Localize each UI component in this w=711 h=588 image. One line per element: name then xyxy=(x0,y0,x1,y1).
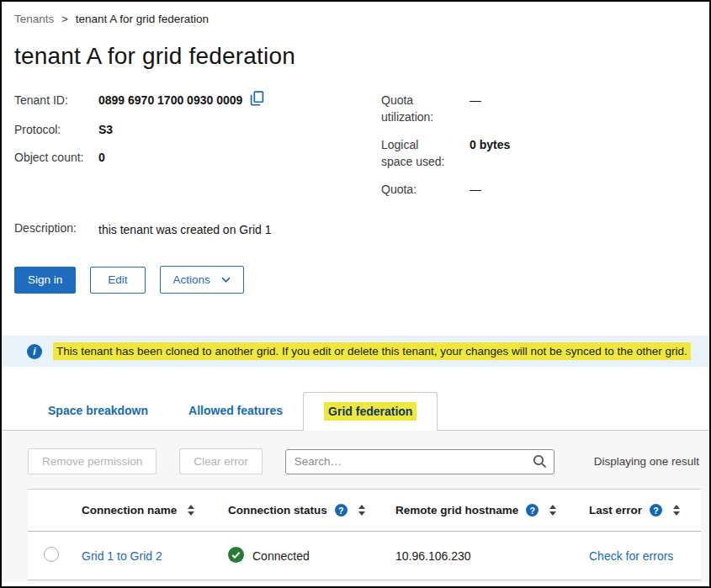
tenant-id-text: 0899 6970 1700 0930 0009 xyxy=(98,92,242,109)
row-select-cell xyxy=(28,532,82,580)
tenant-details-page: { "breadcrumb": { "parent": "Tenants", "… xyxy=(0,0,711,588)
quota-utilization-row: Quota utilization: — xyxy=(381,92,510,125)
actions-button-label: Actions xyxy=(173,273,210,286)
sort-connection-status[interactable] xyxy=(358,505,365,516)
tab-allowed-features[interactable]: Allowed features xyxy=(168,391,303,430)
breadcrumb-separator: > xyxy=(61,13,68,25)
sort-last-error[interactable] xyxy=(673,505,680,516)
remote-grid-hostname-header-label: Remote grid hostname xyxy=(395,504,518,516)
connection-name-header-label: Connection name xyxy=(82,504,177,516)
actions-button[interactable]: Actions xyxy=(160,266,244,294)
page-content: Tenants > tenant A for grid federation t… xyxy=(2,2,709,294)
search-box xyxy=(285,449,554,474)
radio-column-header xyxy=(28,490,82,532)
logical-space-used-row: Logical space used: 0 bytes xyxy=(381,136,510,170)
connection-status-help-icon[interactable]: ? xyxy=(335,504,348,516)
quota-label: Quota: xyxy=(381,181,470,198)
description-row: Description: this tenant was created on … xyxy=(14,220,699,238)
check-for-errors-link[interactable]: Check for errors xyxy=(589,549,673,563)
object-count-label: Object count: xyxy=(14,149,98,166)
details-right-column: Quota utilization: — Logical space used:… xyxy=(381,92,510,198)
sign-in-button[interactable]: Sign in xyxy=(14,267,76,294)
connection-name-link[interactable]: Grid 1 to Grid 2 xyxy=(82,549,162,563)
edit-button[interactable]: Edit xyxy=(90,267,145,294)
clear-error-button[interactable]: Clear error xyxy=(179,448,263,474)
sort-connection-name[interactable] xyxy=(188,505,194,516)
banner-highlighted-text: This tenant has been cloned to another g… xyxy=(53,342,691,360)
column-connection-name: Connection name xyxy=(82,490,228,532)
column-connection-status: Connection status ? xyxy=(228,490,395,532)
logical-space-used-value: 0 bytes xyxy=(470,136,510,170)
connections-table: Connection name Connection status ? Remo… xyxy=(28,489,701,580)
logical-space-used-label: Logical space used: xyxy=(381,136,470,170)
tab-grid-federation-label: Grid federation xyxy=(324,402,417,421)
chevron-down-icon xyxy=(221,273,231,286)
tenant-id-value: 0899 6970 1700 0930 0009 xyxy=(98,92,264,110)
protocol-row: Protocol: S3 xyxy=(14,121,381,138)
sort-remote-grid-hostname[interactable] xyxy=(549,505,556,516)
quota-utilization-label: Quota utilization: xyxy=(381,92,470,125)
page-title: tenant A for grid federation xyxy=(14,43,699,70)
connection-status-text: Connected xyxy=(252,549,310,563)
remote-grid-hostname-cell: 10.96.106.230 xyxy=(395,532,589,580)
info-banner: i This tenant has been cloned to another… xyxy=(2,336,709,367)
tenant-id-label: Tenant ID: xyxy=(14,92,98,110)
last-error-cell: Check for errors xyxy=(589,532,701,580)
tenant-details: Tenant ID: 0899 6970 1700 0930 0009 Prot… xyxy=(14,92,699,198)
connection-status-cell: Connected xyxy=(228,532,395,580)
table-toolbar: Remove permission Clear error Displaying… xyxy=(28,448,702,474)
connected-check-icon xyxy=(228,547,244,565)
last-error-header-label: Last error xyxy=(589,504,642,516)
quota-row: Quota: — xyxy=(381,181,510,198)
results-count-text: Displaying one result xyxy=(594,455,702,468)
remote-grid-hostname-text: 10.96.106.230 xyxy=(395,549,471,563)
protocol-label: Protocol: xyxy=(14,121,98,138)
remove-permission-button[interactable]: Remove permission xyxy=(28,448,157,474)
details-left-column: Tenant ID: 0899 6970 1700 0930 0009 Prot… xyxy=(14,92,381,198)
info-icon: i xyxy=(27,344,42,359)
tenant-id-row: Tenant ID: 0899 6970 1700 0930 0009 xyxy=(14,92,381,110)
tab-bar: Space breakdown Allowed features Grid fe… xyxy=(2,391,709,431)
connection-status-header-label: Connection status xyxy=(228,504,327,516)
protocol-value: S3 xyxy=(98,121,113,138)
column-remote-grid-hostname: Remote grid hostname ? xyxy=(395,490,589,532)
description-value: this tenant was created on Grid 1 xyxy=(98,220,271,238)
object-count-row: Object count: 0 xyxy=(14,149,381,166)
remote-grid-hostname-help-icon[interactable]: ? xyxy=(526,504,539,516)
quota-utilization-value: — xyxy=(470,92,481,125)
breadcrumb-tenants-link[interactable]: Tenants xyxy=(14,13,54,25)
action-buttons: Sign in Edit Actions xyxy=(14,266,699,294)
table-header-row: Connection name Connection status ? Remo… xyxy=(28,490,701,532)
tab-grid-federation[interactable]: Grid federation xyxy=(303,392,438,431)
object-count-value: 0 xyxy=(98,149,105,166)
search-input[interactable] xyxy=(285,449,554,474)
row-radio-button[interactable] xyxy=(44,547,59,562)
search-icon[interactable] xyxy=(533,454,547,472)
copy-icon[interactable] xyxy=(250,91,264,110)
breadcrumb-current: tenant A for grid federation xyxy=(76,13,209,25)
table-row: Grid 1 to Grid 2 Connected 10.96.106.230… xyxy=(28,532,701,580)
connection-name-cell: Grid 1 to Grid 2 xyxy=(82,532,228,580)
column-last-error: Last error ? xyxy=(589,490,701,532)
tab-space-breakdown[interactable]: Space breakdown xyxy=(28,391,168,430)
description-label: Description: xyxy=(14,220,98,238)
breadcrumb: Tenants > tenant A for grid federation xyxy=(14,2,699,25)
grid-federation-panel: Remove permission Clear error Displaying… xyxy=(2,431,709,582)
quota-value: — xyxy=(470,181,481,198)
last-error-help-icon[interactable]: ? xyxy=(650,504,662,516)
